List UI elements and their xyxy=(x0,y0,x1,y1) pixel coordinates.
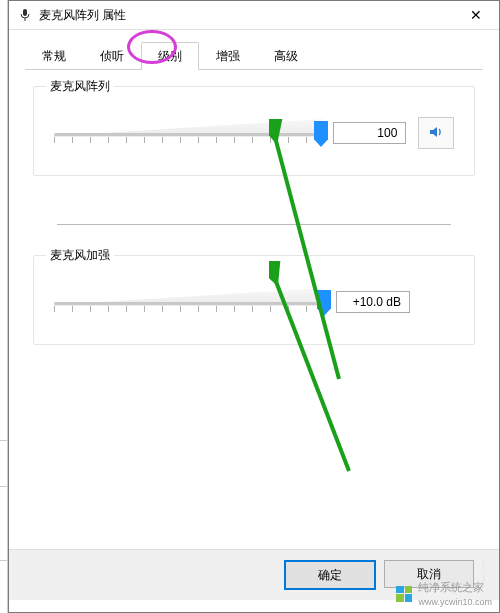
tab-strip: 常规 侦听 级别 增强 高级 xyxy=(9,30,499,70)
level-slider[interactable] xyxy=(54,115,321,151)
titlebar: 麦克风阵列 属性 ✕ xyxy=(9,1,499,30)
properties-dialog: 麦克风阵列 属性 ✕ 常规 侦听 级别 增强 高级 麦克风阵列 100 xyxy=(8,0,500,613)
boost-slider-thumb[interactable] xyxy=(317,290,331,316)
microphone-icon xyxy=(17,7,33,23)
group-mic-level: 麦克风阵列 100 xyxy=(33,86,475,176)
divider xyxy=(57,224,451,225)
speaker-icon xyxy=(427,123,445,144)
boost-slider[interactable] xyxy=(54,284,324,320)
boost-value[interactable]: +10.0 dB xyxy=(336,291,410,313)
tab-general[interactable]: 常规 xyxy=(25,42,83,70)
watermark-logo-icon xyxy=(396,586,412,602)
tab-advanced[interactable]: 高级 xyxy=(257,42,315,70)
watermark-text: 纯净系统之家 xyxy=(418,581,484,593)
group-label-level: 麦克风阵列 xyxy=(46,78,114,95)
tab-content: 麦克风阵列 100 xyxy=(9,70,499,345)
window-title: 麦克风阵列 属性 xyxy=(39,7,453,24)
tab-enhance[interactable]: 增强 xyxy=(199,42,257,70)
mute-button[interactable] xyxy=(418,117,454,149)
group-label-boost: 麦克风加强 xyxy=(46,247,114,264)
group-mic-boost: 麦克风加强 +10.0 dB xyxy=(33,255,475,345)
tab-levels[interactable]: 级别 xyxy=(141,42,199,70)
watermark-url: www.ycwin10.com xyxy=(418,597,492,607)
ok-button[interactable]: 确定 xyxy=(284,560,376,590)
level-value[interactable]: 100 xyxy=(333,122,406,144)
level-slider-thumb[interactable] xyxy=(314,121,328,147)
close-icon: ✕ xyxy=(470,7,482,23)
watermark: 纯净系统之家 www.ycwin10.com xyxy=(396,580,492,607)
svg-rect-0 xyxy=(23,9,27,16)
tab-listen[interactable]: 侦听 xyxy=(83,42,141,70)
close-button[interactable]: ✕ xyxy=(453,1,499,29)
